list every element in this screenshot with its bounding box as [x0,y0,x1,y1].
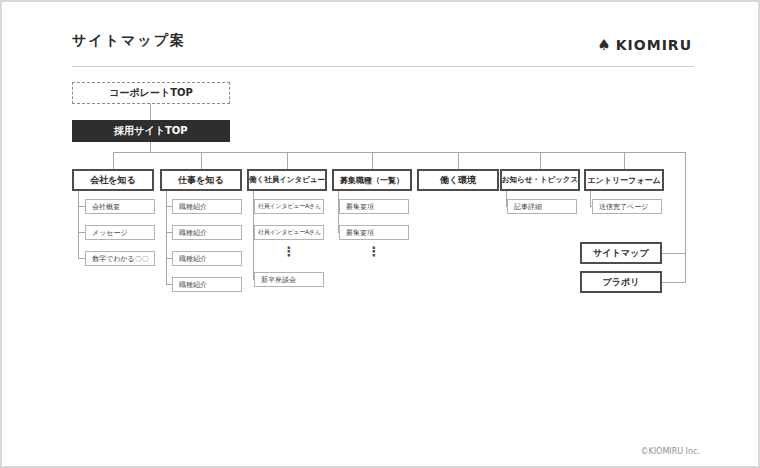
node-jobtype-4: 職種紹介 [172,277,242,292]
node-section-interview: 働く社員インタビュー [247,169,327,191]
connector [662,282,685,283]
node-jobtype-1: 職種紹介 [172,199,242,214]
connector [166,191,167,284]
connector [78,232,85,233]
connector [201,152,202,169]
page-title: サイトマップ案 [72,32,186,50]
node-section-company: 会社を知る [72,169,154,191]
node-section-entry: エントリーフォーム [584,169,664,191]
node-sitemap: サイトマップ [580,242,662,264]
node-submit-complete: 送信完了ページ [592,199,662,214]
sitemap-page: サイトマップ案 ♠ KIOMIRU コーポレートTOP 採用サイトTOP 会社を… [0,0,760,468]
node-section-work: 仕事を知る [160,169,242,191]
node-section-news: お知らせ・トピックス [500,169,580,191]
connector [150,142,151,152]
connector [662,253,685,254]
connector [113,152,114,169]
node-roundtable: 新卒座談会 [254,272,324,287]
connector [78,206,85,207]
connector [150,103,151,120]
connector [540,152,541,169]
ellipsis-vertical: ⋮ [283,245,296,259]
node-article-detail: 記事詳細 [507,199,577,214]
spade-icon: ♠ [597,38,610,53]
connector [372,152,373,169]
node-section-environment: 働く環境 [417,169,499,191]
node-interview-a2: 社員インタビューAさん [254,225,324,240]
node-company-overview: 会社概要 [85,199,155,214]
brand-name: KIOMIRU [616,37,692,53]
node-message: メッセージ [85,225,155,240]
connector [590,191,591,207]
connector [78,258,85,259]
copyright: ©KIOMIRU Inc. [641,447,701,456]
connector [458,152,459,169]
brand-logo: ♠ KIOMIRU [597,37,692,53]
connector [287,152,288,169]
header-divider [72,66,694,67]
connector [624,152,625,169]
node-corporate-top: コーポレートTOP [72,82,230,104]
node-privacy-policy: プラポリ [580,271,662,293]
ellipsis-vertical: ⋮ [368,245,381,259]
node-jobtype-2: 職種紹介 [172,225,242,240]
node-recruit-top: 採用サイトTOP [72,120,230,142]
connector [78,191,79,259]
connector [113,152,685,153]
node-requirements-1: 募集要項 [339,199,409,214]
node-section-positions: 募集職種（一覧） [332,169,412,191]
node-numbers: 数字でわかる〇〇 [85,251,155,266]
connector [685,152,686,283]
node-requirements-2: 募集要項 [339,225,409,240]
node-jobtype-3: 職種紹介 [172,251,242,266]
node-interview-a1: 社員インタビューAさん [254,199,324,214]
